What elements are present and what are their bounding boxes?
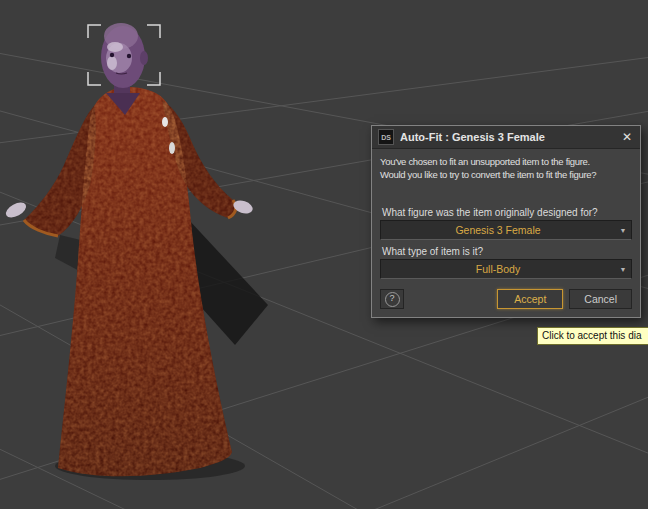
dialog-titlebar[interactable]: DS Auto-Fit : Genesis 3 Female ✕: [372, 126, 640, 149]
sleeve-ornament: [162, 117, 168, 127]
type-select[interactable]: Full-Body ▼: [380, 259, 632, 279]
chevron-down-icon: ▼: [615, 266, 631, 273]
help-button[interactable]: ?: [380, 289, 404, 309]
figure-select[interactable]: Genesis 3 Female ▼: [380, 220, 632, 240]
tooltip: Click to accept this dia: [537, 327, 648, 345]
chevron-down-icon: ▼: [615, 227, 631, 234]
figure-genesis[interactable]: [3, 23, 254, 476]
type-select-value: Full-Body: [381, 263, 615, 275]
figure-select-value: Genesis 3 Female: [381, 224, 615, 236]
screen: { "dialog": { "logo_text": "DS", "title"…: [0, 0, 648, 509]
question-mark-icon: ?: [385, 292, 400, 307]
figure-question-label: What figure was the item originally desi…: [382, 207, 632, 218]
left-hand: [3, 200, 28, 221]
dialog-title: Auto-Fit : Genesis 3 Female: [400, 131, 614, 143]
dialog-message-line2: Would you like to try to convert the ite…: [380, 168, 632, 181]
dialog-body: You've chosen to fit an unsupported item…: [372, 149, 640, 317]
close-icon[interactable]: ✕: [620, 130, 634, 144]
dialog-button-row: ? Accept Cancel: [380, 289, 632, 309]
accept-button[interactable]: Accept: [497, 289, 563, 309]
autofit-dialog: DS Auto-Fit : Genesis 3 Female ✕ You've …: [371, 125, 641, 318]
sleeve-ornament: [169, 142, 175, 154]
cancel-button[interactable]: Cancel: [569, 289, 632, 309]
type-question-label: What type of item is it?: [382, 246, 632, 257]
head: [101, 23, 148, 88]
dialog-message-line1: You've chosen to fit an unsupported item…: [380, 155, 632, 168]
daz-studio-logo-icon: DS: [378, 129, 394, 145]
